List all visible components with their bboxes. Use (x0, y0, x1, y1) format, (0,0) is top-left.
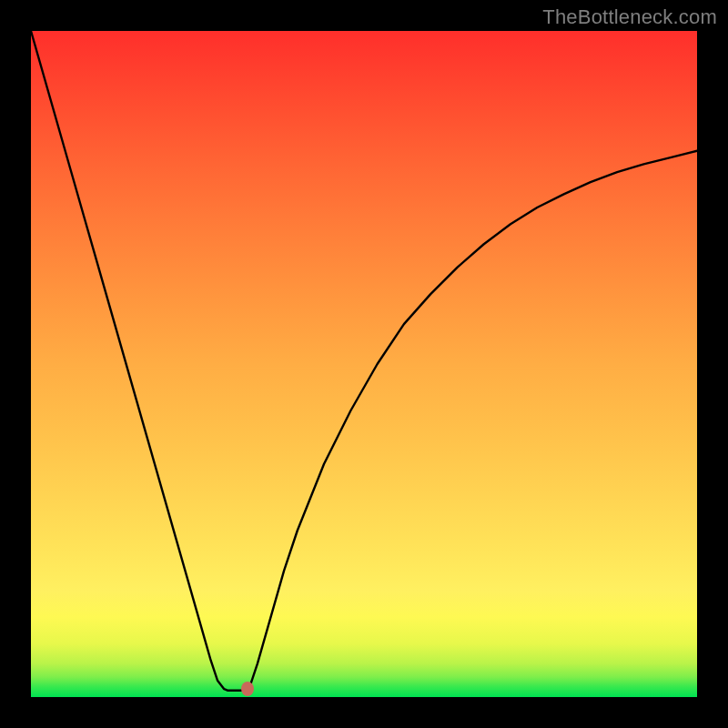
plot-area (31, 31, 697, 697)
chart-frame: TheBottleneck.com (0, 0, 728, 728)
watermark-text: TheBottleneck.com (542, 5, 717, 29)
bottleneck-curve (31, 31, 697, 697)
optimum-marker (241, 682, 254, 696)
